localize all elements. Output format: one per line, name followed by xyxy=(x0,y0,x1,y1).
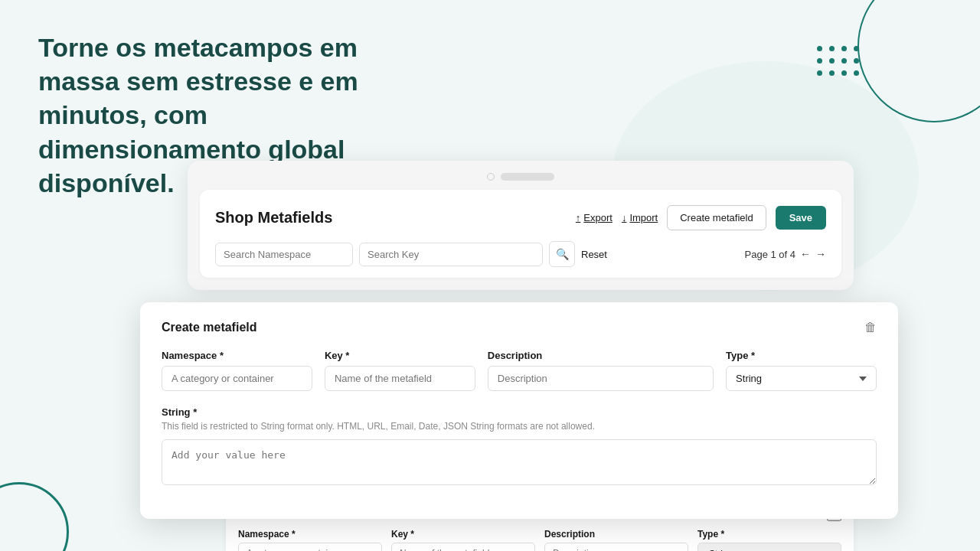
bottom-type-select[interactable]: String xyxy=(697,543,841,551)
string-section: String * This field is restricted to Str… xyxy=(162,406,877,488)
export-button[interactable]: ↑ Export xyxy=(576,212,612,223)
search-row: 🔍 Reset Page 1 of 4 ← → xyxy=(215,241,826,278)
next-page-button[interactable]: → xyxy=(815,248,826,260)
export-icon: ↑ xyxy=(576,212,581,223)
decorative-circle-bottom-left xyxy=(0,482,69,551)
bottom-type-group: Type * String xyxy=(697,529,841,551)
bottom-namespace-group: Namespace * xyxy=(238,529,382,551)
prev-page-button[interactable]: ← xyxy=(800,248,811,260)
modal-delete-button[interactable]: 🗑 xyxy=(864,321,877,334)
key-label: Key * xyxy=(325,350,475,361)
namespace-label: Namespace * xyxy=(162,350,312,361)
bottom-description-input[interactable] xyxy=(544,543,688,551)
bottom-description-group: Description xyxy=(544,529,688,551)
search-key-input[interactable] xyxy=(359,243,543,266)
window-pill xyxy=(501,173,554,181)
app-window: Shop Metafields ↑ Export ↓ Import Create… xyxy=(188,161,854,290)
trash-icon: 🗑 xyxy=(864,321,877,334)
modal-header: Create metafield 🗑 xyxy=(162,321,877,334)
window-dot-1 xyxy=(487,173,495,181)
string-description: This field is restricted to String forma… xyxy=(162,421,877,432)
string-label: String * xyxy=(162,406,877,418)
bottom-form-row: Namespace * Key * Description Type * Str… xyxy=(238,529,841,551)
bottom-key-input[interactable] xyxy=(391,543,535,551)
bottom-namespace-input[interactable] xyxy=(238,543,382,551)
panel-actions: ↑ Export ↓ Import Create metafield Save xyxy=(576,205,826,230)
search-button[interactable]: 🔍 xyxy=(549,241,575,267)
import-icon: ↓ xyxy=(622,212,627,223)
panel-title: Shop Metafields xyxy=(215,209,332,227)
pagination: Page 1 of 4 ← → xyxy=(745,248,827,260)
panel-header: Shop Metafields ↑ Export ↓ Import Create… xyxy=(215,205,826,230)
bottom-description-label: Description xyxy=(544,529,688,540)
save-button[interactable]: Save xyxy=(776,206,826,230)
type-select[interactable]: String Integer Boolean JSON URL Color xyxy=(726,366,877,391)
import-label: Import xyxy=(629,212,658,223)
search-namespace-input[interactable] xyxy=(215,243,353,266)
modal-form-row: Namespace * Key * Description Type * Str… xyxy=(162,350,877,391)
bottom-key-label: Key * xyxy=(391,529,535,540)
type-label: Type * xyxy=(726,350,877,361)
key-input[interactable] xyxy=(325,366,475,391)
description-input[interactable] xyxy=(488,366,714,391)
namespace-input[interactable] xyxy=(162,366,312,391)
reset-button[interactable]: Reset xyxy=(581,249,607,260)
search-icon: 🔍 xyxy=(556,248,569,260)
bottom-key-group: Key * xyxy=(391,529,535,551)
type-group: Type * String Integer Boolean JSON URL C… xyxy=(726,350,877,391)
create-metafield-button[interactable]: Create metafield xyxy=(667,205,766,230)
metafields-panel: Shop Metafields ↑ Export ↓ Import Create… xyxy=(200,190,841,278)
namespace-group: Namespace * xyxy=(162,350,312,391)
value-textarea[interactable] xyxy=(162,439,877,485)
key-group: Key * xyxy=(325,350,475,391)
window-bar xyxy=(200,173,841,181)
import-button[interactable]: ↓ Import xyxy=(622,212,658,223)
decorative-dots xyxy=(817,46,861,78)
bottom-type-label: Type * xyxy=(697,529,841,540)
bottom-namespace-label: Namespace * xyxy=(238,529,382,540)
description-group: Description xyxy=(488,350,714,391)
description-label: Description xyxy=(488,350,714,361)
pagination-text: Page 1 of 4 xyxy=(745,249,796,260)
modal-title: Create metafield xyxy=(162,321,257,334)
export-label: Export xyxy=(583,212,612,223)
create-metafield-modal: Create metafield 🗑 Namespace * Key * Des… xyxy=(140,302,898,519)
